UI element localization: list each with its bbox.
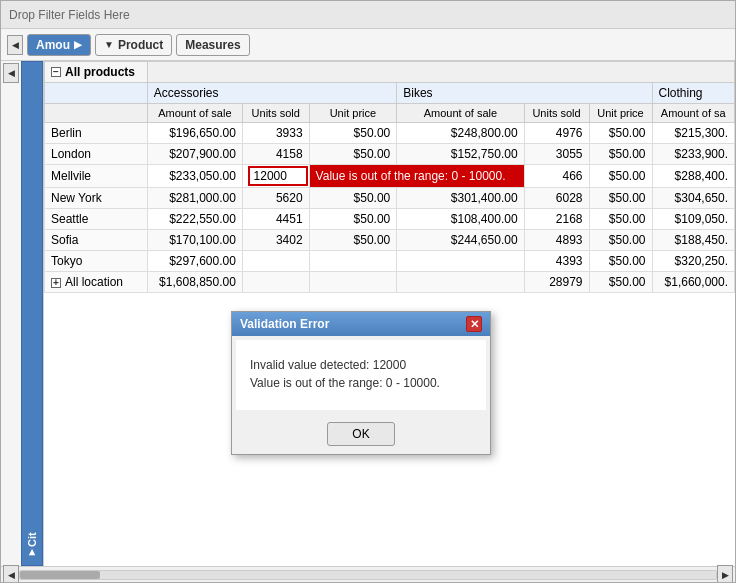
cloth-amount-cell: $1,660,000. [652,272,735,293]
scroll-right-btn[interactable]: ▶ [717,565,733,584]
filter-drop-label: Drop Filter Fields Here [9,8,130,22]
modal-footer: OK [232,414,490,454]
modal-body: Invalid value detected: 12000 Value is o… [236,340,486,410]
amount-button[interactable]: Amou ▶ [27,34,91,56]
acc-amount-cell: $233,050.00 [147,165,242,188]
bikes-price-cell: $50.00 [589,272,652,293]
bikes-amount-cell [397,272,524,293]
bikes-units-cell: 4976 [524,123,589,144]
scroll-left-btn[interactable]: ◀ [3,565,19,584]
modal-close-button[interactable]: ✕ [466,316,482,332]
product-button[interactable]: ▼ Product [95,34,172,56]
filter-icon: ▼ [104,39,114,50]
acc-units-cell: 4158 [242,144,309,165]
bikes-amount-cell: $108,400.00 [397,209,524,230]
city-cell: Mellvile [45,165,148,188]
collapse-all-icon[interactable]: − [51,67,61,77]
city-field-tag[interactable]: ▼ Cit [21,61,43,566]
acc-units-cell [242,251,309,272]
acc-price-cell [309,251,397,272]
all-products-label: All products [65,65,135,79]
city-tag-arrow: ▼ [26,547,38,559]
col-acc-units: Units sold [242,104,309,123]
acc-amount-cell: $297,600.00 [147,251,242,272]
horizontal-scrollbar[interactable]: ◀ ▶ [1,566,735,582]
modal-message-line1: Invalid value detected: 12000 [250,356,472,374]
bikes-price-cell: $50.00 [589,144,652,165]
city-cell: Sofia [45,230,148,251]
acc-price-cell: $50.00 [309,188,397,209]
modal-title: Validation Error [240,317,329,331]
bikes-header: Bikes [397,83,652,104]
bikes-amount-cell: $244,650.00 [397,230,524,251]
table-row: Seattle$222,550.004451$50.00$108,400.002… [45,209,735,230]
city-cell: +All location [45,272,148,293]
city-cell: Tokyo [45,251,148,272]
filter-drop-area: Drop Filter Fields Here [1,1,735,29]
table-row: Tokyo$297,600.004393$50.00$320,250. [45,251,735,272]
scrollbar-track[interactable] [19,570,717,580]
acc-price-cell: $50.00 [309,209,397,230]
acc-price-cell: $50.00 [309,123,397,144]
acc-amount-cell: $207,900.00 [147,144,242,165]
units-input[interactable] [248,166,308,186]
all-products-row: − All products [45,62,735,83]
cloth-amount-cell: $188,450. [652,230,735,251]
bikes-units-cell: 6028 [524,188,589,209]
bikes-units-cell: 2168 [524,209,589,230]
data-table: − All products Accessories Bik [44,61,735,293]
col-acc-price: Unit price [309,104,397,123]
modal-ok-button[interactable]: OK [327,422,394,446]
col-bikes-units: Units sold [524,104,589,123]
acc-units-cell: 5620 [242,188,309,209]
bikes-units-cell: 28979 [524,272,589,293]
expand-row-icon[interactable]: + [51,278,61,288]
acc-amount-cell: $196,650.00 [147,123,242,144]
bikes-amount-cell: $248,800.00 [397,123,524,144]
acc-units-cell: 3933 [242,123,309,144]
city-name-label: All location [65,275,123,289]
cloth-amount-cell: $109,050. [652,209,735,230]
error-tooltip-cell: Value is out of the range: 0 - 10000. [309,165,524,188]
acc-amount-cell: $222,550.00 [147,209,242,230]
table-row: +All location$1,608,850.0028979$50.00$1,… [45,272,735,293]
col-bikes-amount: Amount of sale [397,104,524,123]
cloth-amount-cell: $320,250. [652,251,735,272]
nav-left-btn[interactable]: ◀ [3,63,19,83]
city-cell: Seattle [45,209,148,230]
bikes-amount-cell: $152,750.00 [397,144,524,165]
bikes-amount-cell [397,251,524,272]
col-bikes-price: Unit price [589,104,652,123]
column-header-row: Amount of sale Units sold Unit price Amo… [45,104,735,123]
table-row: London$207,900.004158$50.00$152,750.0030… [45,144,735,165]
bikes-price-cell: $50.00 [589,165,652,188]
scrollbar-thumb[interactable] [20,571,100,579]
toolbar: ◀ Amou ▶ ▼ Product Measures [1,29,735,61]
bikes-units-cell: 466 [524,165,589,188]
acc-price-cell: $50.00 [309,230,397,251]
clothing-header: Clothing [652,83,735,104]
acc-units-cell[interactable] [242,165,309,188]
acc-amount-cell: $1,608,850.00 [147,272,242,293]
bikes-units-cell: 4393 [524,251,589,272]
acc-units-cell: 3402 [242,230,309,251]
cloth-amount-cell: $215,300. [652,123,735,144]
toolbar-nav-left[interactable]: ◀ [7,35,23,55]
acc-price-cell: $50.00 [309,144,397,165]
measures-button[interactable]: Measures [176,34,249,56]
bikes-price-cell: $50.00 [589,123,652,144]
validation-error-dialog: Validation Error ✕ Invalid value detecte… [231,311,491,455]
bikes-units-cell: 4893 [524,230,589,251]
acc-units-cell: 4451 [242,209,309,230]
cloth-amount-cell: $304,650. [652,188,735,209]
table-row: Berlin$196,650.003933$50.00$248,800.0049… [45,123,735,144]
city-cell: Berlin [45,123,148,144]
bikes-amount-cell: $301,400.00 [397,188,524,209]
acc-price-cell [309,272,397,293]
city-tag-label: Cit [26,532,38,547]
main-container: Drop Filter Fields Here ◀ Amou ▶ ▼ Produ… [0,0,736,583]
table-row: Sofia$170,100.003402$50.00$244,650.00489… [45,230,735,251]
bikes-price-cell: $50.00 [589,251,652,272]
table-row: New York$281,000.005620$50.00$301,400.00… [45,188,735,209]
acc-amount-cell: $170,100.00 [147,230,242,251]
